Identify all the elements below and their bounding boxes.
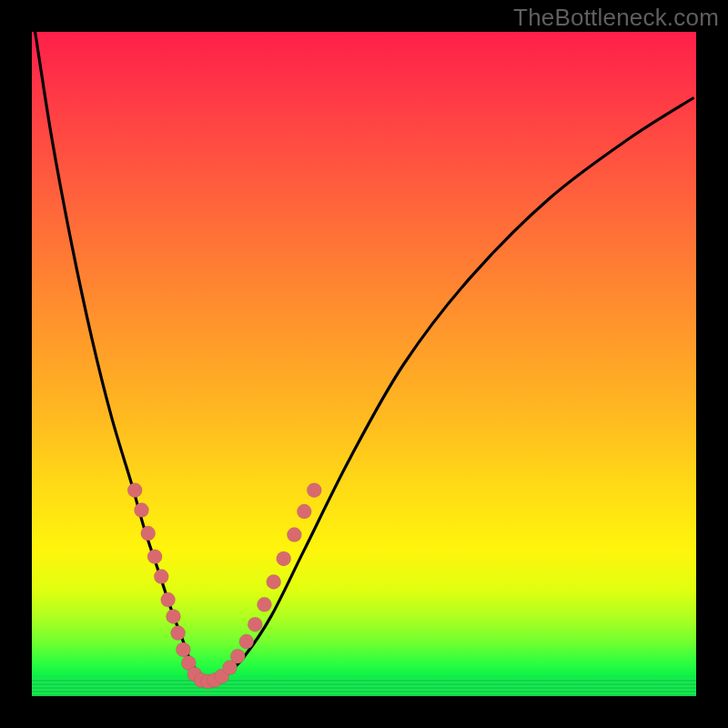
- sample-point: [239, 634, 254, 649]
- sample-point: [141, 526, 156, 541]
- watermark-text: TheBottleneck.com: [513, 4, 719, 32]
- sample-point: [287, 528, 301, 542]
- sample-point: [230, 649, 245, 663]
- sample-point: [248, 617, 262, 632]
- sample-point: [267, 574, 281, 589]
- plot-area: [32, 32, 696, 696]
- sample-point: [297, 504, 311, 519]
- sample-point: [147, 550, 162, 564]
- sample-point: [258, 597, 272, 612]
- sample-point: [167, 609, 181, 623]
- sample-point: [277, 551, 291, 566]
- sample-point: [127, 483, 142, 498]
- sample-point: [307, 483, 321, 498]
- sample-point: [161, 592, 176, 607]
- sample-point: [176, 642, 190, 657]
- chart-frame: TheBottleneck.com: [0, 0, 728, 728]
- curve-layer: [32, 32, 696, 696]
- sample-point: [135, 503, 149, 518]
- sample-point: [171, 626, 186, 641]
- sample-point: [154, 570, 168, 584]
- bottleneck-curve: [35, 32, 693, 682]
- sample-points-group: [127, 483, 321, 689]
